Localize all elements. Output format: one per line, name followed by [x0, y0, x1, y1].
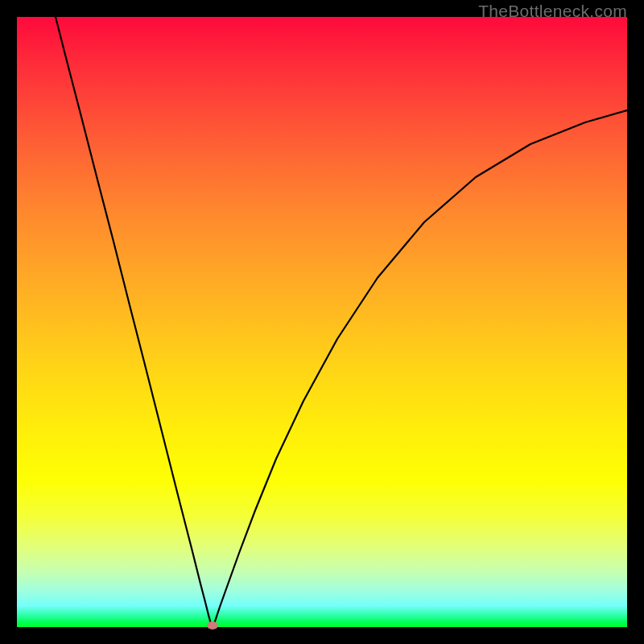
- bottleneck-curve: [17, 17, 627, 627]
- minimum-marker: [207, 621, 218, 630]
